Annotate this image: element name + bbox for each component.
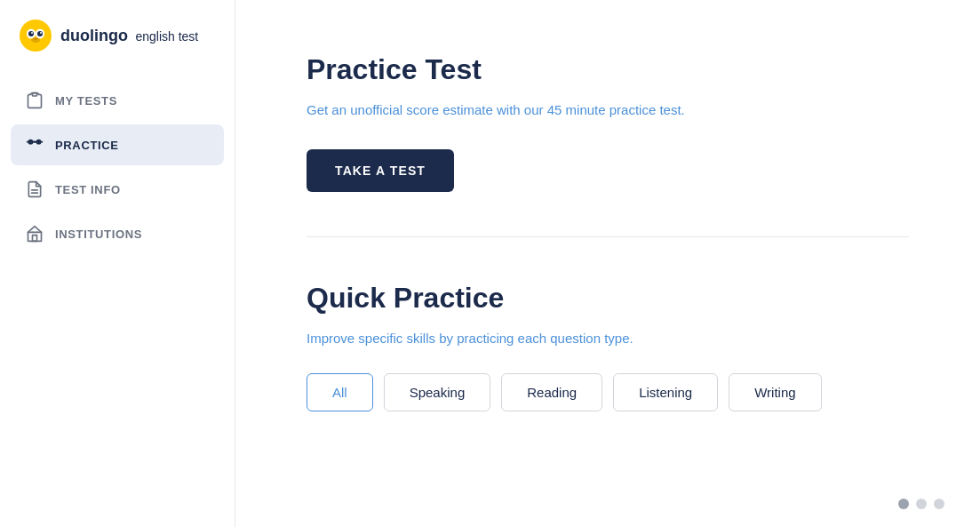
- sidebar-item-practice[interactable]: PRACTICE: [11, 124, 224, 165]
- filter-tab-speaking[interactable]: Speaking: [384, 373, 491, 411]
- dumbbell-icon: [25, 135, 44, 155]
- main-content: Practice Test Get an unofficial score es…: [235, 0, 980, 490]
- logo-text-area: duolingo english test: [60, 27, 198, 45]
- filter-tabs: All Speaking Reading Listening Writing: [307, 373, 909, 411]
- practice-test-section: Practice Test Get an unofficial score es…: [307, 53, 909, 192]
- filter-tab-reading[interactable]: Reading: [501, 373, 602, 411]
- svg-point-1: [23, 23, 48, 48]
- document-icon: [25, 180, 44, 199]
- svg-point-5: [37, 31, 43, 36]
- pagination-dot-2: [916, 499, 927, 509]
- quick-practice-title: Quick Practice: [307, 282, 909, 315]
- logo: duolingo english test: [0, 18, 235, 80]
- svg-rect-16: [28, 232, 42, 241]
- svg-point-7: [40, 32, 42, 34]
- quick-practice-subtitle: Improve specific skills by practicing ea…: [307, 329, 909, 349]
- sidebar-item-test-info[interactable]: TEST INFO: [11, 169, 224, 210]
- sidebar-item-label-test-info: TEST INFO: [55, 183, 121, 196]
- svg-point-4: [28, 31, 34, 36]
- sidebar-item-label-practice: PRACTICE: [55, 139, 119, 152]
- main-wrapper: Practice Test Get an unofficial score es…: [235, 0, 980, 527]
- subtitle-end: practice test.: [606, 102, 685, 117]
- pagination-dot-3: [934, 499, 944, 509]
- logo-product: english test: [135, 29, 198, 44]
- duolingo-logo-icon: [18, 18, 53, 53]
- quick-practice-section: Quick Practice Improve specific skills b…: [307, 282, 909, 412]
- svg-point-6: [31, 32, 33, 34]
- svg-rect-17: [33, 236, 37, 242]
- building-icon: [25, 224, 44, 244]
- practice-test-subtitle: Get an unofficial score estimate with ou…: [307, 100, 909, 121]
- sidebar-item-label-institutions: INSTITUTIONS: [55, 228, 142, 241]
- section-divider: [307, 236, 909, 237]
- filter-tab-writing[interactable]: Writing: [729, 373, 821, 411]
- sidebar-item-institutions[interactable]: INSTITUTIONS: [11, 213, 224, 254]
- subtitle-highlight: 45 minute: [547, 102, 606, 117]
- logo-brand: duolingo: [60, 27, 128, 44]
- pagination-area: [235, 490, 980, 527]
- filter-tab-listening[interactable]: Listening: [613, 373, 718, 411]
- sidebar-item-my-tests[interactable]: MY TESTS: [11, 80, 224, 121]
- clipboard-icon: [25, 91, 44, 110]
- practice-test-title: Practice Test: [307, 53, 909, 86]
- take-test-button[interactable]: TAKE A TEST: [307, 149, 454, 192]
- nav-items: MY TESTS PRACTICE: [0, 80, 235, 254]
- subtitle-plain: Get an unofficial score estimate with ou…: [307, 102, 547, 117]
- sidebar: duolingo english test MY TESTS: [0, 0, 235, 527]
- pagination-dot-1: [898, 499, 909, 509]
- sidebar-item-label-my-tests: MY TESTS: [55, 94, 117, 108]
- filter-tab-all[interactable]: All: [307, 373, 373, 411]
